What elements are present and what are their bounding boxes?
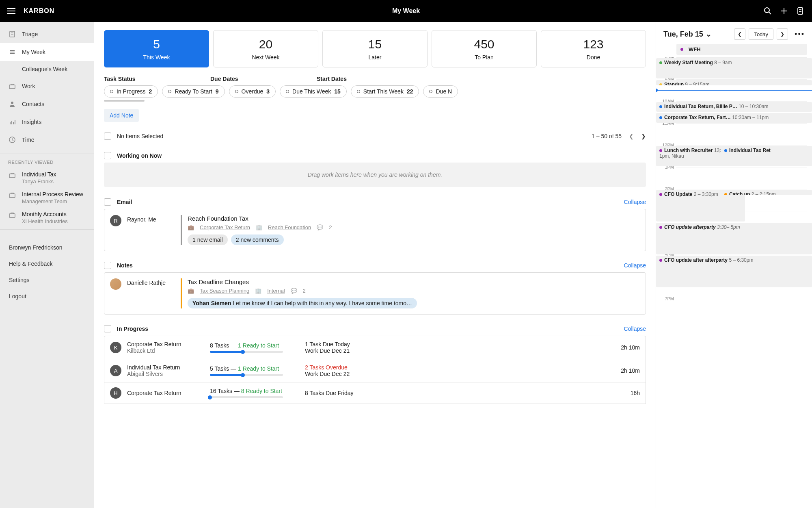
filter-pill[interactable]: Due N	[423, 85, 458, 98]
select-all-checkbox[interactable]	[104, 132, 111, 140]
avatar: A	[110, 365, 121, 376]
today-button[interactable]: Today	[749, 28, 773, 40]
reply-chip[interactable]: Yohan Siemen Let me know if I can help w…	[188, 298, 417, 308]
avatar	[110, 278, 121, 290]
email-item[interactable]: R Raynor, Me Reach Foundation Tax 💼Corpo…	[104, 209, 646, 251]
svg-rect-22	[9, 214, 15, 217]
svg-rect-4	[798, 8, 803, 14]
collapse-email[interactable]: Collapse	[624, 199, 646, 205]
status-dot	[110, 90, 113, 93]
status-dot	[357, 90, 360, 93]
prev-page[interactable]: ❮	[629, 133, 634, 139]
drop-zone[interactable]: Drag work items here when you are workin…	[104, 163, 646, 187]
recent-item[interactable]: Individual TaxTanya Franks	[0, 168, 94, 188]
email-section: Email	[117, 199, 132, 205]
nav-insights[interactable]: Insights	[0, 113, 94, 131]
recent-item[interactable]: Internal Process ReviewManagement Team	[0, 188, 94, 208]
footer-item[interactable]: Logout	[0, 288, 94, 304]
week-card-this-week[interactable]: 5This Week	[104, 30, 209, 67]
svg-rect-13	[9, 85, 15, 89]
search-icon[interactable]	[763, 7, 772, 15]
nav-contacts[interactable]: Contacts	[0, 95, 94, 113]
prev-day[interactable]: ❮	[734, 28, 745, 40]
triage-icon	[8, 30, 16, 38]
comment-icon: 💬	[291, 288, 297, 294]
sidebar: Triage My Week Colleague's Week Work Con…	[0, 22, 94, 508]
horizontal-scrollbar[interactable]	[104, 100, 145, 102]
footer-item[interactable]: Help & Feedback	[0, 256, 94, 272]
calendar-event[interactable]: Standup 9 – 9:15am	[656, 80, 812, 85]
hour-label: 7PM	[659, 296, 674, 301]
next-day[interactable]: ❯	[777, 28, 788, 40]
svg-rect-20	[9, 174, 15, 178]
svg-point-14	[11, 102, 13, 104]
building-icon: 🏢	[255, 288, 261, 294]
notes-icon[interactable]	[796, 7, 805, 15]
progress-bar[interactable]	[210, 396, 283, 398]
calendar-date[interactable]: Tue, Feb 15⌄	[663, 30, 731, 39]
filter-pill[interactable]: Overdue3	[229, 85, 276, 98]
pagination-text: 1 – 50 of 55	[592, 133, 622, 139]
filter-pill[interactable]: Due This Week15	[280, 85, 347, 98]
chart-icon	[8, 118, 16, 126]
calendar-event[interactable]: Corporate Tax Return, Fart… 10:30am – 11…	[656, 113, 812, 123]
note-item[interactable]: Danielle Rathje Tax Deadline Changes 💼Ta…	[104, 272, 646, 315]
nav-triage[interactable]: Triage	[0, 25, 94, 43]
collapse-notes[interactable]: Collapse	[624, 262, 646, 269]
calendar-event[interactable]: Weekly Staff Meeting 8 – 9am	[656, 58, 812, 78]
work-item[interactable]: K Corporate Tax ReturnKilback Ltd 8 Task…	[104, 336, 646, 359]
footer-item[interactable]: Settings	[0, 272, 94, 288]
filter-pill[interactable]: In Progress2	[104, 85, 158, 98]
working-section: Working on Now	[117, 152, 162, 159]
calendar-event[interactable]: CFO update afterparty 3:30– 5pm	[656, 223, 812, 254]
calendar-event[interactable]: Individual Tax Ret	[721, 146, 812, 166]
notes-checkbox[interactable]	[104, 262, 111, 269]
recent-item[interactable]: Monthly AccountsXi Health Industries	[0, 208, 94, 228]
more-icon[interactable]: •••	[795, 30, 805, 39]
chip-new-email[interactable]: 1 new email	[188, 234, 228, 245]
week-card-next-week[interactable]: 20Next Week	[213, 30, 318, 67]
email-checkbox[interactable]	[104, 198, 111, 206]
briefcase-icon	[8, 211, 16, 219]
footer-item[interactable]: Bronwyn Fredrickson	[0, 239, 94, 256]
working-checkbox[interactable]	[104, 152, 111, 159]
avatar: H	[110, 387, 121, 399]
start-dates-label: Start Dates	[317, 76, 347, 82]
add-note-button[interactable]: Add Note	[104, 109, 139, 122]
all-day-event[interactable]: WFH	[676, 44, 807, 55]
calendar-event[interactable]: Catch up 2 – 2:15pm	[721, 190, 812, 195]
list-icon	[8, 48, 16, 56]
week-card-to-plan[interactable]: 450To Plan	[432, 30, 537, 67]
week-card-later[interactable]: 15Later	[322, 30, 428, 67]
collapse-progress[interactable]: Collapse	[624, 326, 646, 332]
week-card-done[interactable]: 123Done	[541, 30, 646, 67]
status-dot	[235, 90, 238, 93]
clock-icon	[8, 136, 16, 144]
menu-toggle[interactable]	[7, 8, 15, 14]
due-dates-label: Due Dates	[210, 76, 317, 82]
briefcase-icon: 💼	[188, 224, 194, 230]
work-item[interactable]: A Individual Tax ReturnAbigail Silvers 5…	[104, 359, 646, 382]
chip-new-comments[interactable]: 2 new comments	[231, 234, 284, 245]
work-item[interactable]: H Corporate Tax Return 16 Tasks — 8 Read…	[104, 382, 646, 404]
progress-bar[interactable]	[210, 374, 283, 376]
briefcase-icon	[8, 171, 16, 179]
avatar: K	[110, 342, 121, 353]
nav-work[interactable]: Work	[0, 77, 94, 95]
building-icon: 🏢	[256, 224, 262, 230]
status-dot	[429, 90, 432, 93]
nav-time[interactable]: Time	[0, 131, 94, 149]
briefcase-icon	[8, 191, 16, 199]
add-icon[interactable]	[780, 7, 788, 15]
progress-checkbox[interactable]	[104, 325, 111, 332]
filter-pill[interactable]: Start This Week22	[351, 85, 419, 98]
nav-my-week[interactable]: My Week	[0, 43, 94, 61]
briefcase-icon: 💼	[188, 288, 194, 294]
calendar-panel: Tue, Feb 15⌄ ❮ Today ❯ ••• WFH 8AM9AM10A…	[656, 22, 812, 508]
filter-pill[interactable]: Ready To Start9	[162, 85, 225, 98]
calendar-event[interactable]: Individual Tax Return, Billie P… 10 – 10…	[656, 102, 812, 112]
progress-bar[interactable]	[210, 351, 283, 353]
next-page[interactable]: ❯	[641, 133, 646, 139]
nav-colleague-week[interactable]: Colleague's Week	[0, 61, 94, 77]
calendar-event[interactable]: CFO update after afterparty 5 – 6:30pm	[656, 256, 812, 287]
